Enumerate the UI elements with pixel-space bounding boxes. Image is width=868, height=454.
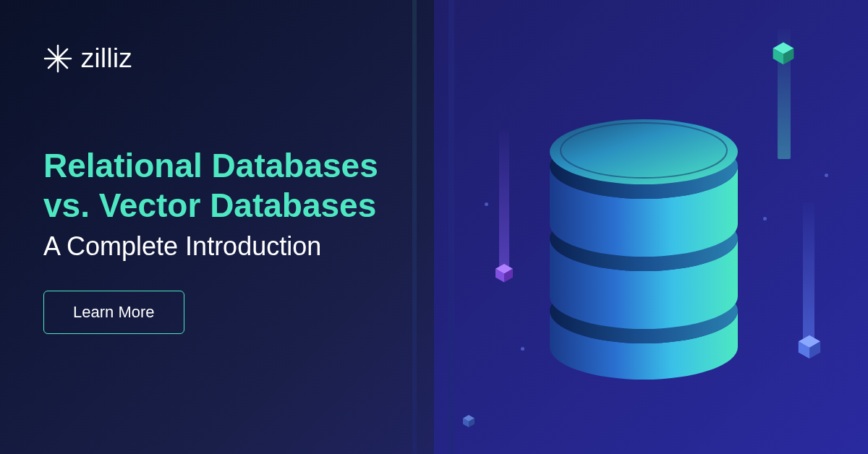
headline-line-1: Relational Databases — [43, 147, 378, 184]
cube-icon — [461, 414, 476, 428]
hero-banner: zilliz Relational Databases vs. Vector D… — [0, 0, 868, 454]
illustration-panel — [434, 0, 868, 454]
light-beam — [499, 130, 509, 275]
cube-icon — [796, 333, 823, 360]
particle-dot — [521, 347, 524, 351]
zilliz-starburst-icon — [43, 44, 72, 73]
cube-icon — [770, 40, 796, 66]
svg-point-19 — [550, 119, 738, 184]
brand-name: zilliz — [81, 43, 132, 74]
light-beam — [803, 202, 814, 347]
brand-logo: zilliz — [43, 43, 405, 74]
hero-subheadline: A Complete Introduction — [43, 231, 405, 262]
hero-headline: Relational Databases vs. Vector Database… — [43, 146, 405, 226]
headline-line-2: vs. Vector Databases — [43, 187, 376, 224]
particle-dot — [825, 174, 828, 177]
learn-more-button[interactable]: Learn More — [43, 291, 184, 334]
particle-dot — [763, 217, 767, 220]
content-panel: zilliz Relational Databases vs. Vector D… — [0, 0, 434, 454]
database-icon — [535, 108, 752, 383]
divider-line — [448, 0, 454, 454]
cube-icon — [493, 262, 515, 283]
particle-dot — [485, 202, 488, 206]
